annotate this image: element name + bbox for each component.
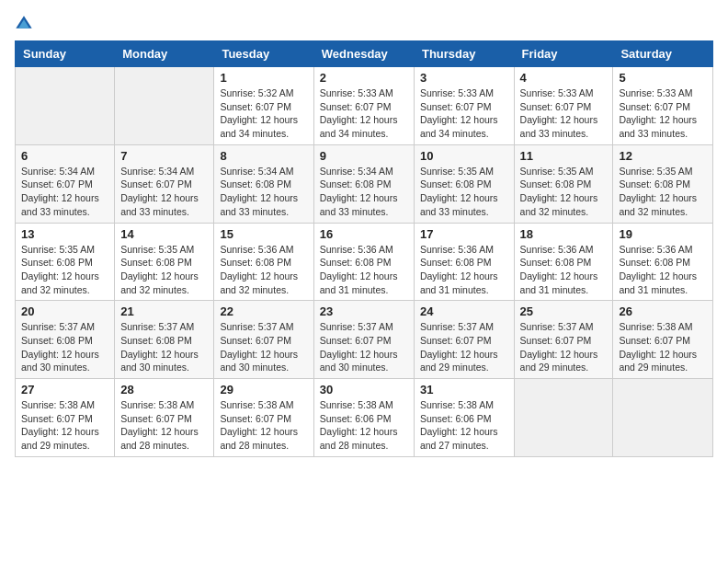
sunrise-text: Sunrise: 5:38 AM [120, 399, 194, 410]
day-number: 15 [220, 227, 307, 241]
day-number: 11 [520, 149, 608, 163]
sunset-text: Sunset: 6:07 PM [619, 335, 690, 346]
day-info: Sunrise: 5:36 AM Sunset: 6:08 PM Dayligh… [420, 243, 508, 297]
calendar-table: SundayMondayTuesdayWednesdayThursdayFrid… [15, 40, 713, 457]
weekday-header: Wednesday [313, 41, 414, 67]
sunset-text: Sunset: 6:07 PM [320, 101, 392, 112]
calendar-day-cell: 31 Sunrise: 5:38 AM Sunset: 6:06 PM Dayl… [414, 379, 514, 457]
sunrise-text: Sunrise: 5:35 AM [619, 166, 692, 177]
sunset-text: Sunset: 6:07 PM [520, 335, 592, 346]
calendar-day-cell: 25 Sunrise: 5:37 AM Sunset: 6:07 PM Dayl… [514, 301, 613, 379]
calendar-day-cell: 6 Sunrise: 5:34 AM Sunset: 6:07 PM Dayli… [16, 144, 115, 223]
sunrise-text: Sunrise: 5:38 AM [320, 399, 393, 410]
calendar-day-cell: 5 Sunrise: 5:33 AM Sunset: 6:07 PM Dayli… [613, 67, 713, 145]
day-number: 12 [619, 149, 707, 163]
sunset-text: Sunset: 6:08 PM [120, 335, 192, 346]
sunset-text: Sunset: 6:07 PM [120, 178, 192, 190]
calendar-day-cell [514, 379, 613, 457]
sunrise-text: Sunrise: 5:34 AM [120, 166, 194, 177]
sunrise-text: Sunrise: 5:33 AM [619, 87, 692, 98]
daylight-text: Daylight: 12 hours and 32 minutes. [520, 192, 598, 217]
daylight-text: Daylight: 12 hours and 30 minutes. [120, 349, 199, 373]
day-info: Sunrise: 5:37 AM Sunset: 6:07 PM Dayligh… [220, 320, 307, 374]
sunset-text: Sunset: 6:08 PM [320, 178, 392, 190]
day-number: 21 [120, 304, 208, 318]
weekday-header: Friday [514, 41, 613, 67]
sunrise-text: Sunrise: 5:34 AM [320, 166, 393, 177]
calendar-day-cell: 21 Sunrise: 5:37 AM Sunset: 6:08 PM Dayl… [115, 301, 214, 379]
daylight-text: Daylight: 12 hours and 31 minutes. [420, 270, 498, 295]
day-number: 2 [320, 71, 408, 85]
calendar-day-cell: 17 Sunrise: 5:36 AM Sunset: 6:08 PM Dayl… [414, 223, 514, 301]
daylight-text: Daylight: 12 hours and 29 minutes. [21, 426, 99, 451]
calendar-day-cell: 13 Sunrise: 5:35 AM Sunset: 6:08 PM Dayl… [16, 223, 115, 301]
day-number: 10 [420, 149, 508, 163]
daylight-text: Daylight: 12 hours and 27 minutes. [420, 426, 498, 451]
sunset-text: Sunset: 6:07 PM [520, 101, 592, 112]
daylight-text: Daylight: 12 hours and 31 minutes. [520, 270, 598, 295]
daylight-text: Daylight: 12 hours and 32 minutes. [220, 270, 298, 295]
sunrise-text: Sunrise: 5:34 AM [220, 166, 293, 177]
day-number: 6 [21, 149, 108, 163]
calendar-day-cell: 1 Sunrise: 5:32 AM Sunset: 6:07 PM Dayli… [214, 67, 313, 145]
daylight-text: Daylight: 12 hours and 28 minutes. [220, 426, 298, 451]
sunset-text: Sunset: 6:08 PM [21, 335, 93, 346]
calendar-day-cell: 10 Sunrise: 5:35 AM Sunset: 6:08 PM Dayl… [414, 144, 514, 223]
daylight-text: Daylight: 12 hours and 33 minutes. [520, 114, 598, 139]
sunrise-text: Sunrise: 5:34 AM [21, 166, 95, 177]
sunrise-text: Sunrise: 5:36 AM [220, 244, 293, 255]
calendar-day-cell: 26 Sunrise: 5:38 AM Sunset: 6:07 PM Dayl… [613, 301, 713, 379]
sunset-text: Sunset: 6:06 PM [320, 413, 392, 424]
daylight-text: Daylight: 12 hours and 28 minutes. [120, 426, 199, 451]
calendar-day-cell: 28 Sunrise: 5:38 AM Sunset: 6:07 PM Dayl… [115, 379, 214, 457]
day-number: 18 [520, 227, 608, 241]
sunrise-text: Sunrise: 5:38 AM [619, 321, 692, 332]
day-number: 13 [21, 227, 108, 241]
logo [15, 15, 35, 33]
calendar-day-cell: 24 Sunrise: 5:37 AM Sunset: 6:07 PM Dayl… [414, 301, 514, 379]
calendar-day-cell [115, 67, 214, 145]
daylight-text: Daylight: 12 hours and 33 minutes. [220, 192, 298, 217]
sunset-text: Sunset: 6:08 PM [120, 257, 192, 268]
sunset-text: Sunset: 6:08 PM [220, 257, 291, 268]
sunrise-text: Sunrise: 5:35 AM [420, 166, 494, 177]
day-info: Sunrise: 5:34 AM Sunset: 6:08 PM Dayligh… [320, 165, 408, 219]
day-number: 9 [320, 149, 408, 163]
weekday-header: Saturday [613, 41, 713, 67]
sunset-text: Sunset: 6:08 PM [420, 257, 492, 268]
day-info: Sunrise: 5:37 AM Sunset: 6:08 PM Dayligh… [120, 320, 208, 374]
sunrise-text: Sunrise: 5:37 AM [520, 321, 594, 332]
day-info: Sunrise: 5:36 AM Sunset: 6:08 PM Dayligh… [619, 243, 707, 297]
day-info: Sunrise: 5:36 AM Sunset: 6:08 PM Dayligh… [320, 243, 408, 297]
sunrise-text: Sunrise: 5:32 AM [220, 87, 293, 98]
calendar-day-cell: 20 Sunrise: 5:37 AM Sunset: 6:08 PM Dayl… [16, 301, 115, 379]
sunset-text: Sunset: 6:08 PM [520, 257, 592, 268]
sunset-text: Sunset: 6:07 PM [120, 413, 192, 424]
day-info: Sunrise: 5:35 AM Sunset: 6:08 PM Dayligh… [120, 243, 208, 297]
sunrise-text: Sunrise: 5:35 AM [520, 166, 594, 177]
day-info: Sunrise: 5:34 AM Sunset: 6:07 PM Dayligh… [21, 165, 108, 219]
daylight-text: Daylight: 12 hours and 28 minutes. [320, 426, 398, 451]
day-info: Sunrise: 5:37 AM Sunset: 6:07 PM Dayligh… [520, 320, 608, 374]
day-number: 27 [21, 383, 108, 396]
day-number: 28 [120, 383, 208, 396]
daylight-text: Daylight: 12 hours and 33 minutes. [320, 192, 398, 217]
daylight-text: Daylight: 12 hours and 33 minutes. [619, 114, 697, 139]
sunset-text: Sunset: 6:07 PM [320, 335, 392, 346]
daylight-text: Daylight: 12 hours and 29 minutes. [619, 349, 697, 373]
daylight-text: Daylight: 12 hours and 33 minutes. [420, 192, 498, 217]
daylight-text: Daylight: 12 hours and 34 minutes. [420, 114, 498, 139]
sunset-text: Sunset: 6:07 PM [21, 178, 93, 190]
sunset-text: Sunset: 6:08 PM [320, 257, 392, 268]
sunset-text: Sunset: 6:08 PM [619, 178, 690, 190]
sunrise-text: Sunrise: 5:37 AM [120, 321, 194, 332]
daylight-text: Daylight: 12 hours and 30 minutes. [320, 349, 398, 373]
day-number: 5 [619, 71, 707, 85]
calendar-day-cell: 14 Sunrise: 5:35 AM Sunset: 6:08 PM Dayl… [115, 223, 214, 301]
calendar-day-cell [16, 67, 115, 145]
logo-icon [15, 15, 33, 33]
calendar-day-cell: 29 Sunrise: 5:38 AM Sunset: 6:07 PM Dayl… [214, 379, 313, 457]
calendar-day-cell: 4 Sunrise: 5:33 AM Sunset: 6:07 PM Dayli… [514, 67, 613, 145]
sunset-text: Sunset: 6:08 PM [420, 178, 492, 190]
page-header [15, 15, 713, 33]
